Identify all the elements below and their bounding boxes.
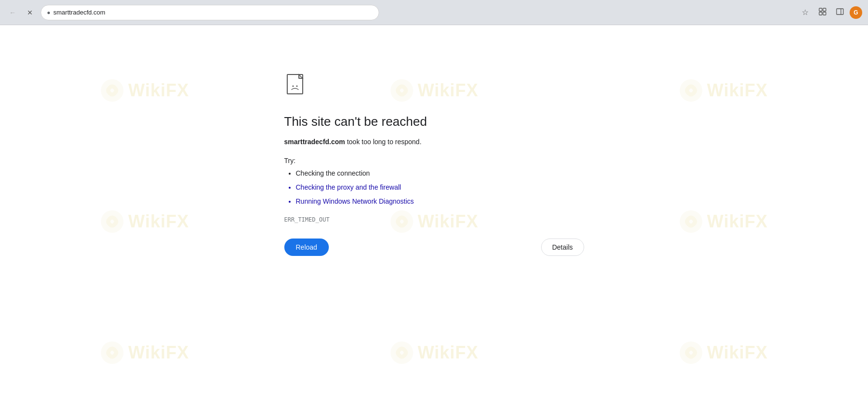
try-list: Checking the connection Checking the pro… xyxy=(284,168,584,207)
watermark-item: WikiFX xyxy=(0,156,289,287)
svg-rect-2 xyxy=(819,12,822,15)
svg-point-9 xyxy=(101,210,124,233)
proxy-text: Checking the proxy and the firewall xyxy=(296,183,401,191)
list-item-connection: Checking the connection xyxy=(296,168,584,179)
bookmark-icon: ☆ xyxy=(802,8,809,17)
bookmark-button[interactable]: ☆ xyxy=(797,5,813,20)
address-bar[interactable]: ● smarttradecfd.com xyxy=(41,5,379,20)
error-subtitle: smarttradecfd.com took too long to respo… xyxy=(284,137,584,147)
watermark-text: WikiFX xyxy=(128,211,189,232)
back-button[interactable]: ← xyxy=(6,6,19,19)
error-code: ERR_TIMED_OUT xyxy=(284,216,584,223)
svg-point-19 xyxy=(296,86,297,87)
svg-rect-3 xyxy=(823,12,826,15)
svg-point-12 xyxy=(101,341,124,364)
reload-button[interactable]: Reload xyxy=(284,239,329,256)
watermark-text: WikiFX xyxy=(418,343,479,363)
watermark-text: WikiFX xyxy=(707,80,768,101)
watermark-text: WikiFX xyxy=(128,80,189,101)
svg-rect-4 xyxy=(837,9,843,15)
watermark-item: WikiFX xyxy=(579,156,868,287)
watermark-item: WikiFX xyxy=(0,287,289,418)
toolbar-right: ☆ G xyxy=(797,5,862,20)
svg-point-14 xyxy=(680,341,703,364)
lock-icon: ● xyxy=(47,9,50,16)
error-domain: smarttradecfd.com xyxy=(284,138,345,146)
svg-point-8 xyxy=(680,79,703,102)
error-title: This site can't be reached xyxy=(284,114,584,129)
svg-rect-1 xyxy=(823,8,826,11)
diagnostics-text: Running Windows Network Diagnostics xyxy=(296,197,414,205)
error-container: This site can't be reached smarttradecfd… xyxy=(265,64,603,266)
svg-point-18 xyxy=(292,86,294,87)
list-item-proxy[interactable]: Checking the proxy and the firewall xyxy=(296,182,584,193)
watermark-item: WikiFX xyxy=(579,287,868,418)
page-content: WikiFX WikiFX xyxy=(0,25,868,418)
svg-rect-0 xyxy=(819,8,822,11)
list-item-diagnostics[interactable]: Running Windows Network Diagnostics xyxy=(296,196,584,207)
sidebar-icon xyxy=(836,8,844,17)
profile-initial: G xyxy=(853,9,858,16)
svg-point-13 xyxy=(390,341,413,364)
sidebar-button[interactable] xyxy=(832,5,848,20)
extension-icon xyxy=(819,8,826,17)
button-row: Reload Details xyxy=(284,239,584,256)
watermark-text: WikiFX xyxy=(128,343,189,363)
extension-button[interactable] xyxy=(815,5,830,20)
svg-point-6 xyxy=(101,79,124,102)
watermark-text: WikiFX xyxy=(707,343,768,363)
try-label: Try: xyxy=(284,157,584,164)
browser-chrome: ← ✕ ● smarttradecfd.com ☆ xyxy=(0,0,868,25)
watermark-item: WikiFX xyxy=(289,287,578,418)
connection-text: Checking the connection xyxy=(296,169,370,177)
watermark-item: WikiFX xyxy=(579,25,868,156)
watermark-text: WikiFX xyxy=(707,211,768,232)
svg-point-11 xyxy=(680,210,703,233)
error-icon xyxy=(284,74,584,101)
profile-button[interactable]: G xyxy=(850,6,862,19)
error-subtitle-msg: took too long to respond. xyxy=(345,138,422,146)
details-button[interactable]: Details xyxy=(541,239,584,256)
close-button[interactable]: ✕ xyxy=(23,6,37,19)
watermark-item: WikiFX xyxy=(0,25,289,156)
url-text: smarttradecfd.com xyxy=(53,9,105,16)
